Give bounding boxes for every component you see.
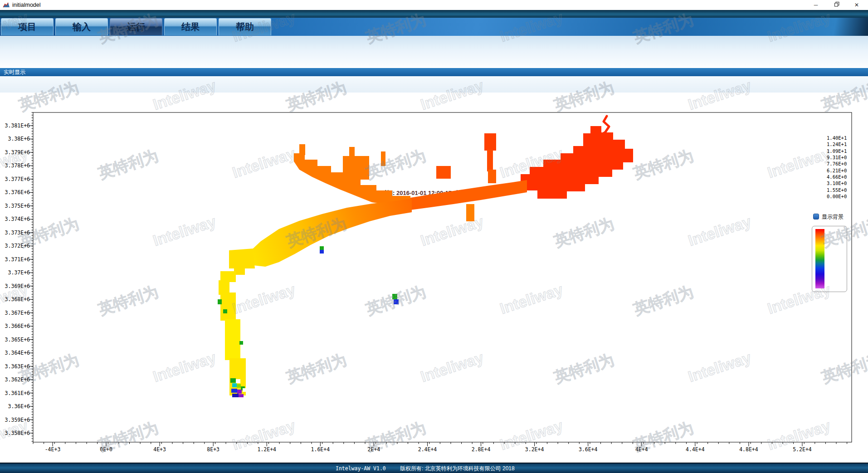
- app-window: initialmodel ─ ✕ 项目 输入 运行 结果 帮助 环评/预警: [0, 0, 868, 473]
- realtime-section-header: 实时显示: [0, 68, 868, 76]
- y-axis-tick-label: 3.378E+6: [0, 162, 30, 169]
- y-axis-tick-label: 3.365E+6: [0, 336, 30, 343]
- window-title: initialmodel: [12, 2, 41, 8]
- minimize-button[interactable]: ─: [809, 0, 823, 10]
- y-axis-tick-label: 3.363E+6: [0, 363, 30, 370]
- x-axis-tick-label: 2.8E+4: [463, 446, 499, 453]
- legend-value: 1.24E+1: [827, 141, 847, 147]
- x-axis-tick-label: -4E+3: [34, 446, 71, 453]
- legend-value: 0.00E+0: [827, 194, 847, 199]
- y-axis-tick-label: 3.36E+6: [0, 403, 30, 410]
- y-axis-tick-label: 3.361E+6: [0, 390, 30, 396]
- x-axis-tick-label: 4E+4: [624, 446, 660, 453]
- ribbon-top-strip: [0, 10, 868, 18]
- x-axis-tick-label: 1.6E+4: [302, 446, 338, 453]
- y-axis-tick-label: 3.37E+6: [0, 269, 30, 276]
- app-version: Intelway-AW V1.0: [336, 465, 386, 472]
- y-axis-tick-label: 3.373E+6: [0, 229, 30, 236]
- y-axis-tick-label: 3.362E+6: [0, 376, 30, 383]
- x-axis-tick-label: 2E+4: [356, 446, 392, 453]
- plot-time-label: 时间: 2016-01-01 12:00:17; 单位: 度: [381, 189, 477, 197]
- plot-panel: 时间: 2016-01-01 12:00:17; 单位: 度 显示背景: [0, 93, 868, 463]
- run-toolbar: 运行模型 已运行 0%。 暂停运行 终止运行 错误信息: [0, 36, 868, 67]
- y-axis-tick-label: 3.359E+6: [0, 417, 30, 423]
- app-icon: [3, 1, 10, 9]
- x-axis-tick-label: 8E+3: [195, 446, 231, 453]
- y-axis-tick-label: 3.371E+6: [0, 256, 30, 263]
- x-axis-tick-label: 4.4E+4: [677, 446, 713, 453]
- y-axis-tick-label: 3.377E+6: [0, 176, 30, 182]
- x-axis-tick-label: 1.2E+4: [249, 446, 285, 453]
- x-axis-tick-label: 4E+3: [141, 446, 178, 453]
- y-axis-tick-label: 3.372E+6: [0, 243, 30, 249]
- legend-value: 3.10E+0: [827, 180, 847, 186]
- legend-color-scale: [815, 229, 824, 288]
- close-button[interactable]: ✕: [850, 0, 863, 10]
- copyright-text: 版权所有: 北京英特利为环境科技有限公司 2018: [400, 465, 515, 473]
- y-axis-tick-label: 3.375E+6: [0, 203, 30, 209]
- restore-icon: [834, 2, 839, 7]
- restore-button[interactable]: [830, 0, 844, 10]
- realtime-controls-row: ✓ 关闭图形显示 指标 水温 ∨ 水层 1 ∨ 输出间隔(小时) 自定义图谱 显…: [0, 76, 868, 93]
- legend-value: 1.09E+1: [827, 148, 847, 154]
- x-axis-tick-label: 2.4E+4: [409, 446, 445, 453]
- y-axis-tick-label: 3.381E+6: [0, 122, 30, 129]
- y-axis-tick-label: 3.369E+6: [0, 283, 30, 289]
- legend-value: 4.66E+0: [827, 174, 847, 180]
- y-axis-tick-label: 3.38E+6: [0, 136, 30, 142]
- y-axis-tick-label: 3.376E+6: [0, 189, 30, 195]
- y-axis-tick-label: 3.366E+6: [0, 323, 30, 329]
- unit-suffix: ; 单位: 度: [452, 190, 477, 196]
- tab-run[interactable]: 运行: [110, 18, 162, 35]
- tab-project[interactable]: 项目: [1, 18, 54, 35]
- legend-value: 1.40E+1: [827, 135, 847, 141]
- x-axis-tick-label: 3.6E+4: [570, 446, 606, 453]
- menu-tab-bar: 项目 输入 运行 结果 帮助 环评/预警: [0, 18, 868, 36]
- legend-value: 7.76E+0: [827, 161, 847, 166]
- y-axis-tick-label: 3.379E+6: [0, 149, 30, 156]
- legend-value: 6.21E+0: [827, 168, 847, 173]
- x-axis-tick-label: 4.8E+4: [731, 446, 767, 453]
- legend-value: 9.31E+0: [827, 155, 847, 160]
- x-axis-tick-label: 0E+0: [88, 446, 124, 453]
- tab-input[interactable]: 输入: [55, 18, 108, 35]
- show-background-checkbox[interactable]: [813, 214, 819, 219]
- legend-value: 1.55E+0: [827, 187, 847, 193]
- y-axis-tick-label: 3.367E+6: [0, 310, 30, 316]
- title-bar: initialmodel ─ ✕: [0, 0, 868, 10]
- show-background-label: 显示背景: [822, 213, 844, 221]
- time-prefix: 时间:: [381, 190, 396, 196]
- y-axis-tick-label: 3.374E+6: [0, 216, 30, 222]
- y-axis-tick-label: 3.358E+6: [0, 430, 30, 436]
- tab-help[interactable]: 帮助: [219, 18, 271, 35]
- y-axis-tick-label: 3.364E+6: [0, 350, 30, 356]
- time-value: 2016-01-01 12:00:17: [396, 190, 452, 196]
- x-axis-tick-label: 3.2E+4: [517, 446, 553, 453]
- x-axis-tick-label: 5.2E+4: [784, 446, 820, 453]
- tab-results[interactable]: 结果: [164, 18, 217, 35]
- y-axis-tick-label: 3.368E+6: [0, 296, 30, 302]
